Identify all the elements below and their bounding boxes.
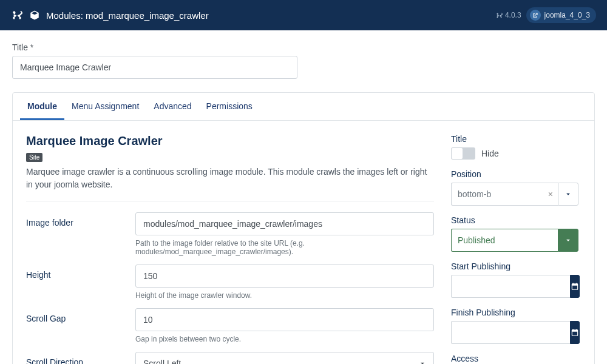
site-name: joomla_4_0_3 (544, 11, 590, 19)
calendar-icon (571, 328, 579, 337)
label-height: Height (26, 265, 135, 300)
main-column: Marquee Image Crawler Site Marquee image… (26, 134, 434, 364)
field-image-folder: Image folder Path to the image folder re… (26, 212, 434, 256)
side-column: Title Hide Position bottom-b × (451, 134, 578, 364)
tabs-nav: Module Menu Assignment Advanced Permissi… (13, 93, 594, 121)
tabs-container: Module Menu Assignment Advanced Permissi… (12, 92, 595, 364)
content-area: Title * Module Menu Assignment Advanced … (0, 30, 607, 364)
site-chip: Site (26, 153, 42, 162)
top-bar: Modules: mod_marquee_image_crawler 4.0.3… (0, 0, 607, 30)
topbar-left: Modules: mod_marquee_image_crawler (11, 9, 209, 21)
field-scroll-gap: Scroll Gap Gap in pixels between two cyc… (26, 308, 434, 343)
side-label-finish-publishing: Finish Publishing (451, 308, 578, 317)
module-heading: Marquee Image Crawler (26, 134, 434, 148)
site-link-badge[interactable]: joomla_4_0_3 (526, 7, 596, 23)
help-scroll-gap: Gap in pixels between two cycle. (135, 335, 434, 343)
select-scroll-direction[interactable] (135, 352, 434, 364)
tab-menu-assignment[interactable]: Menu Assignment (64, 93, 146, 120)
side-start-publishing-group: Start Publishing (451, 261, 578, 298)
tab-permissions[interactable]: Permissions (199, 93, 260, 120)
side-status-group: Status Published (451, 215, 578, 252)
help-height: Height of the image crawler window. (135, 291, 434, 300)
input-height[interactable] (135, 265, 434, 288)
tab-module[interactable]: Module (20, 93, 64, 120)
finish-publishing-input[interactable] (451, 321, 570, 344)
version-badge: 4.0.3 (496, 11, 521, 19)
side-title-group: Title Hide (451, 134, 578, 160)
help-image-folder: Path to the image folder relative to the… (135, 239, 434, 256)
tab-body: Marquee Image Crawler Site Marquee image… (13, 121, 594, 364)
title-label: Title * (12, 42, 595, 52)
label-image-folder: Image folder (26, 212, 135, 256)
label-scroll-direction: Scroll Direction (26, 352, 135, 364)
clear-icon[interactable]: × (548, 189, 553, 199)
position-dropdown-button[interactable] (558, 183, 578, 206)
module-box-icon (29, 10, 40, 21)
field-scroll-direction: Scroll Direction Please select available… (26, 352, 434, 364)
input-image-folder[interactable] (135, 212, 434, 235)
start-publishing-input[interactable] (451, 275, 570, 298)
position-input[interactable]: bottom-b × (451, 183, 558, 206)
finish-publishing-calendar-button[interactable] (570, 321, 580, 344)
status-dropdown-button[interactable] (558, 229, 578, 252)
status-input[interactable]: Published (451, 229, 558, 252)
title-toggle-text: Hide (481, 149, 499, 158)
title-toggle[interactable] (451, 147, 475, 160)
page-title: Modules: mod_marquee_image_crawler (46, 10, 209, 21)
input-scroll-gap[interactable] (135, 308, 434, 331)
side-position-group: Position bottom-b × (451, 169, 578, 206)
side-access-group: Access (451, 354, 578, 364)
joomla-logo-icon (11, 9, 23, 21)
field-height: Height Height of the image crawler windo… (26, 265, 434, 300)
divider (26, 201, 434, 201)
side-label-position: Position (451, 169, 578, 179)
calendar-icon (571, 282, 579, 291)
version-text: 4.0.3 (505, 11, 521, 19)
side-label-start-publishing: Start Publishing (451, 261, 578, 271)
start-publishing-calendar-button[interactable] (570, 275, 580, 298)
module-description: Marquee image crawler is a continuous sc… (26, 166, 434, 191)
topbar-right: 4.0.3 joomla_4_0_3 (496, 7, 596, 23)
side-finish-publishing-group: Finish Publishing (451, 308, 578, 344)
side-label-status: Status (451, 215, 578, 225)
title-input[interactable] (12, 56, 297, 79)
tab-advanced[interactable]: Advanced (146, 93, 198, 120)
side-label-access: Access (451, 354, 578, 363)
side-label-title: Title (451, 134, 578, 144)
label-scroll-gap: Scroll Gap (26, 308, 135, 343)
external-link-icon (530, 10, 541, 21)
